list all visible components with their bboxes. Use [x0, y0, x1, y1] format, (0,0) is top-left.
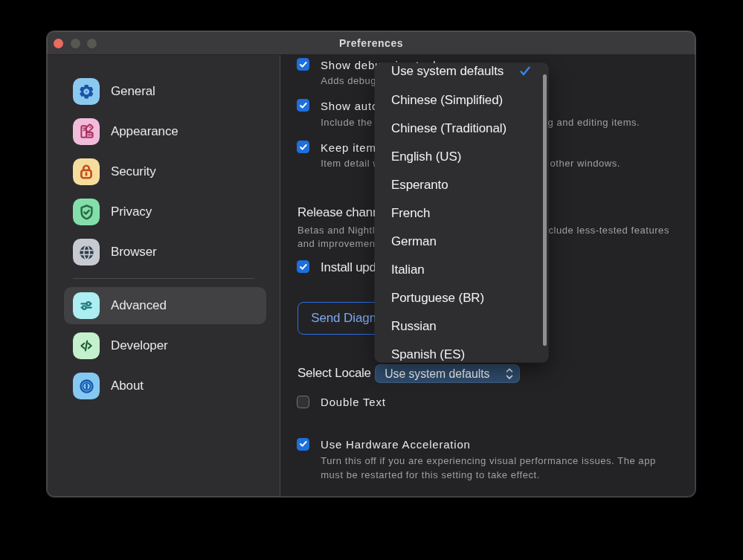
- checkmark-icon: [298, 142, 309, 152]
- window-title: Preferences: [47, 38, 695, 48]
- menu-item[interactable]: Portuguese (BR): [391, 292, 484, 304]
- sidebar-item-label: Appearance: [111, 124, 178, 139]
- sidebar-item-label: About: [111, 379, 144, 393]
- checkmark-icon: [298, 59, 309, 70]
- checkmark-icon: [298, 262, 309, 272]
- menu-item[interactable]: Use system defaults: [391, 65, 504, 77]
- release-channel-desc-line2: and improvements.: [297, 239, 387, 248]
- sidebar-item-label: Advanced: [111, 298, 167, 313]
- logo-icon: [73, 373, 100, 399]
- show-automatic-checkbox[interactable]: [297, 99, 309, 112]
- sidebar-item-label: Security: [111, 164, 156, 179]
- menu-item[interactable]: Spanish (ES): [391, 348, 465, 361]
- release-channel-desc-right: clude less-tested features: [549, 225, 669, 235]
- locale-select-value: Use system defaults: [385, 367, 489, 381]
- show-automatic-desc-right: g and editing items.: [548, 118, 640, 127]
- show-debugging-tools-checkbox[interactable]: [297, 58, 309, 71]
- menu-item[interactable]: Esperanto: [391, 178, 448, 191]
- sidebar-item-browser[interactable]: Browser: [64, 234, 266, 271]
- sidebar-section-divider: [73, 278, 254, 279]
- lock-icon: [73, 158, 100, 185]
- sliders-icon: [73, 292, 100, 319]
- sidebar-item-label: Privacy: [111, 205, 152, 219]
- gear-icon: [73, 78, 100, 105]
- swatches-icon: [73, 118, 100, 145]
- menu-item[interactable]: Chinese (Simplified): [391, 94, 503, 106]
- menu-item[interactable]: Chinese (Traditional): [391, 122, 506, 135]
- code-icon: [73, 332, 100, 359]
- sidebar-item-security[interactable]: Security: [64, 153, 266, 190]
- sidebar-item-developer[interactable]: Developer: [64, 327, 266, 364]
- menu-item[interactable]: English (US): [391, 150, 461, 163]
- locale-dropdown-menu: Use system defaults Chinese (Simplified)…: [375, 63, 548, 362]
- sidebar-item-label: Browser: [111, 245, 157, 260]
- checkmark-icon: [298, 100, 309, 111]
- menu-item[interactable]: French: [391, 207, 430, 219]
- keep-item-desc-right: other windows.: [550, 158, 620, 168]
- menu-item[interactable]: German: [391, 235, 437, 248]
- hardware-acceleration-checkbox[interactable]: [297, 438, 309, 451]
- sidebar-item-privacy[interactable]: Privacy: [64, 193, 266, 231]
- checkmark-icon: [298, 439, 309, 449]
- sidebar-item-advanced[interactable]: Advanced: [64, 287, 266, 324]
- shield-icon: [73, 199, 100, 225]
- sidebar-item-general[interactable]: General: [64, 73, 266, 110]
- sidebar-item-appearance[interactable]: Appearance: [64, 113, 266, 150]
- select-locale-label: Select Locale: [297, 367, 371, 379]
- chevron-up-down-icon: [505, 367, 514, 381]
- selected-checkmark-icon: [520, 66, 530, 77]
- titlebar: Preferences: [47, 31, 695, 55]
- menu-item[interactable]: Russian: [391, 320, 437, 332]
- install-updates-checkbox[interactable]: [297, 260, 309, 273]
- menu-item[interactable]: Italian: [391, 263, 425, 276]
- double-text-checkbox[interactable]: [297, 396, 309, 408]
- sidebar-item-label: Developer: [111, 338, 168, 353]
- sidebar-item-label: General: [111, 84, 155, 99]
- scrollbar-thumb[interactable]: [543, 74, 547, 346]
- locale-select[interactable]: Use system defaults: [375, 364, 521, 383]
- keep-item-checkbox[interactable]: [297, 141, 309, 153]
- sidebar-item-about[interactable]: About: [64, 367, 266, 405]
- hardware-acceleration-desc-1: Turn this off if you are experiencing vi…: [321, 456, 656, 466]
- preferences-window: Preferences General Appearance: [47, 31, 695, 497]
- double-text-label: Double Text: [321, 396, 386, 408]
- globe-icon: [73, 239, 100, 265]
- hardware-acceleration-label: Use Hardware Acceleration: [321, 439, 471, 450]
- hardware-acceleration-desc-2: must be restarted for this setting to ta…: [321, 470, 540, 480]
